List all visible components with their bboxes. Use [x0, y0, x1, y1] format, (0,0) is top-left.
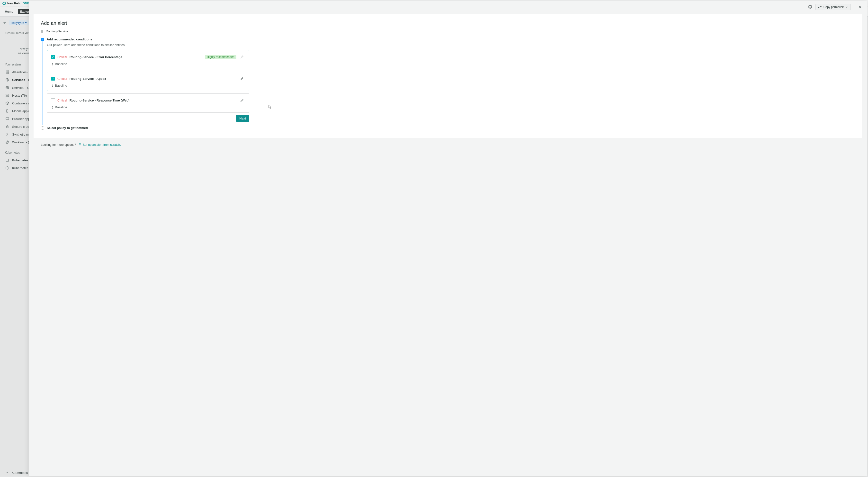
condition-head: Critical Routing-Service - Response Time…: [51, 97, 245, 103]
step-1-title: Add recommended conditions: [47, 37, 92, 41]
condition-severity: Critical: [57, 55, 67, 59]
step-pending-icon: [41, 126, 44, 130]
chevron-right-icon: ❯: [52, 84, 54, 87]
chevron-down-icon: [846, 6, 848, 8]
entity-name: Routing-Service: [46, 29, 68, 33]
condition-head: Critical Routing-Service - Apdex: [51, 76, 245, 82]
condition-sub-row[interactable]: ❯ Baseline: [52, 106, 245, 109]
next-button[interactable]: Next: [236, 115, 249, 122]
bell-icon: [79, 143, 82, 147]
modal-panel: Copy permalink Add an alert Routing-Serv…: [29, 1, 867, 476]
setup-from-scratch-label: Set up an alert from scratch.: [83, 143, 121, 147]
edit-condition-button[interactable]: [239, 76, 245, 82]
step-active-icon: [41, 38, 44, 41]
condition-card-apdex[interactable]: Critical Routing-Service - Apdex ❯ Basel…: [47, 72, 249, 91]
more-options-row: Looking for more options? Set up an aler…: [41, 143, 860, 147]
step-1-desc: Our power users add these conditions to …: [47, 43, 855, 47]
edit-condition-button[interactable]: [239, 54, 245, 60]
step-2-title: Select policy to get notified: [47, 126, 88, 130]
condition-badge: Highly recommended: [205, 55, 237, 59]
svg-rect-22: [809, 6, 812, 8]
condition-sub-row[interactable]: ❯ Baseline: [52, 62, 245, 66]
feedback-icon[interactable]: [807, 4, 813, 10]
copy-permalink-label: Copy permalink: [824, 5, 844, 9]
condition-checkbox[interactable]: [51, 98, 55, 102]
chevron-right-icon: ❯: [52, 106, 54, 109]
link-icon: [818, 5, 822, 9]
condition-name: Routing-Service - Error Percentage: [69, 55, 122, 59]
condition-sub-row[interactable]: ❯ Baseline: [52, 84, 245, 87]
condition-severity: Critical: [57, 77, 67, 81]
edit-condition-button[interactable]: [239, 97, 245, 103]
more-options-label: Looking for more options?: [41, 143, 76, 147]
setup-from-scratch-link[interactable]: Set up an alert from scratch.: [79, 143, 121, 147]
copy-permalink-button[interactable]: Copy permalink: [815, 4, 851, 10]
step-2-header[interactable]: Select policy to get notified: [41, 126, 855, 130]
condition-card-error-percentage[interactable]: Critical Routing-Service - Error Percent…: [47, 50, 249, 69]
modal-overlay: Copy permalink Add an alert Routing-Serv…: [0, 0, 868, 477]
close-button[interactable]: [857, 4, 864, 10]
entity-row: Routing-Service: [41, 29, 855, 33]
next-row: Next: [47, 115, 249, 122]
toolbar-divider: [854, 5, 854, 9]
chevron-right-icon: ❯: [52, 63, 54, 65]
condition-card-response-time[interactable]: Critical Routing-Service - Response Time…: [47, 93, 249, 113]
modal-body: Add an alert Routing-Service Add recomme…: [34, 14, 862, 138]
condition-head: Critical Routing-Service - Error Percent…: [51, 54, 245, 60]
step-1-body: Our power users add these conditions to …: [42, 41, 855, 125]
condition-checkbox[interactable]: [51, 55, 55, 59]
condition-severity: Critical: [57, 98, 67, 102]
condition-sub-label: Baseline: [55, 62, 67, 66]
condition-checkbox[interactable]: [51, 77, 55, 81]
condition-name: Routing-Service - Response Time (Web): [69, 98, 130, 102]
entity-status-icon: [41, 30, 43, 33]
modal-toolbar: Copy permalink: [29, 1, 867, 13]
step-1-header: Add recommended conditions: [41, 37, 855, 41]
condition-sub-label: Baseline: [55, 106, 67, 109]
modal-title: Add an alert: [41, 21, 855, 26]
condition-sub-label: Baseline: [55, 84, 67, 87]
condition-name: Routing-Service - Apdex: [69, 77, 106, 81]
